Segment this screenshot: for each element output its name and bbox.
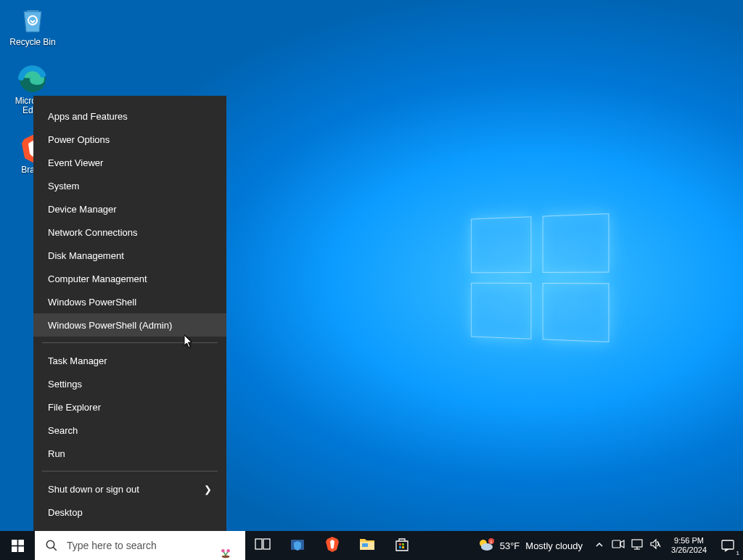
svg-rect-23	[612, 540, 620, 548]
svg-point-8	[221, 549, 225, 553]
svg-point-9	[226, 549, 230, 553]
volume-icon	[649, 538, 662, 553]
recycle-bin-icon	[17, 4, 49, 36]
svg-rect-14	[362, 543, 368, 547]
svg-rect-15	[399, 543, 401, 545]
svg-rect-3	[12, 546, 17, 552]
volume-button[interactable]	[648, 531, 664, 560]
winx-item-label: Disk Management	[48, 250, 124, 261]
cursor-icon	[184, 335, 194, 351]
search-icon	[45, 539, 58, 552]
svg-rect-2	[18, 540, 24, 545]
winx-item[interactable]: Run	[33, 442, 226, 465]
chevron-right-icon: ❯	[204, 484, 212, 495]
meet-now-icon	[612, 538, 625, 553]
winx-item-label: Windows PowerShell (Admin)	[48, 320, 172, 331]
weather-widget[interactable]: 1 53°F Mostly cloudy	[469, 531, 590, 560]
winx-item[interactable]: Task Manager	[33, 349, 226, 372]
svg-rect-17	[399, 546, 401, 548]
svg-rect-24	[632, 540, 642, 547]
winx-item-label: Apps and Features	[48, 111, 128, 122]
winx-item-label: Network Connections	[48, 227, 138, 238]
winx-item-label: Event Viewer	[48, 157, 103, 168]
file-explorer-icon	[358, 535, 376, 556]
clock-date: 3/26/2024	[671, 545, 707, 555]
chevron-up-icon	[595, 539, 604, 552]
winx-item[interactable]: Event Viewer	[33, 151, 226, 174]
menu-separator	[42, 471, 218, 472]
winx-item-label: Shut down or sign out	[48, 484, 139, 495]
desktop-icon-label: Recycle Bin	[9, 38, 55, 47]
task-view-button[interactable]	[245, 531, 280, 560]
windows-logo-wallpaper	[471, 213, 609, 342]
winx-item[interactable]: Desktop	[33, 501, 226, 524]
winx-item[interactable]: Computer Management	[33, 267, 226, 290]
network-button[interactable]	[629, 531, 645, 560]
winx-item-label: Power Options	[48, 134, 110, 145]
winx-item[interactable]: Power Options	[33, 128, 226, 151]
security-button[interactable]	[280, 531, 315, 560]
svg-rect-16	[402, 543, 404, 545]
meet-now-button[interactable]	[610, 531, 626, 560]
svg-point-5	[46, 540, 54, 548]
winx-item[interactable]: System	[33, 174, 226, 197]
power-user-menu: Apps and FeaturesPower OptionsEvent View…	[33, 96, 226, 531]
network-icon	[631, 538, 644, 553]
brave-taskbar-button[interactable]	[315, 531, 350, 560]
winx-item[interactable]: Disk Management	[33, 244, 226, 267]
desktop-icon-recycle-bin[interactable]: Recycle Bin	[6, 4, 59, 47]
winx-item[interactable]: Network Connections	[33, 221, 226, 244]
svg-rect-10	[255, 539, 262, 549]
search-placeholder: Type here to search	[67, 540, 157, 551]
microsoft-store-icon	[393, 535, 411, 556]
winx-item[interactable]: Shut down or sign out❯	[33, 477, 226, 501]
taskbar: Type here to search 1 53°F Mostly cloudy…	[0, 531, 743, 560]
winx-item-label: Settings	[48, 379, 82, 390]
microsoft-store-button[interactable]	[385, 531, 419, 560]
weather-text: Mostly cloudy	[525, 540, 583, 551]
svg-rect-18	[402, 546, 404, 548]
winx-item-label: Run	[48, 448, 65, 459]
winx-item[interactable]: Apps and Features	[33, 104, 226, 128]
edge-icon	[17, 63, 49, 95]
winx-item-label: Computer Management	[48, 273, 147, 284]
taskbar-clock[interactable]: 9:56 PM 3/26/2024	[665, 536, 713, 555]
notification-count: 1	[736, 550, 739, 556]
winx-item[interactable]: Windows PowerShell	[33, 290, 226, 313]
notification-icon	[721, 538, 735, 553]
svg-rect-28	[722, 540, 734, 549]
winx-item[interactable]: Search	[33, 419, 226, 442]
winx-item-label: Device Manager	[48, 204, 117, 215]
brave-taskbar-icon	[324, 535, 341, 556]
svg-rect-11	[263, 539, 270, 549]
action-center-button[interactable]: 1	[713, 531, 743, 560]
winx-item-label: Search	[48, 425, 78, 436]
weather-temp: 53°F	[500, 540, 520, 551]
taskbar-search[interactable]: Type here to search	[35, 531, 245, 560]
security-icon	[289, 535, 306, 556]
svg-rect-1	[12, 540, 17, 545]
decorative-plant-icon	[219, 545, 232, 559]
task-view-icon	[255, 536, 271, 555]
winx-item-label: File Explorer	[48, 402, 101, 413]
winx-item-label: System	[48, 181, 79, 192]
clock-time: 9:56 PM	[674, 536, 704, 545]
winx-item[interactable]: Settings	[33, 372, 226, 395]
winx-item[interactable]: Device Manager	[33, 197, 226, 221]
winx-item-label: Windows PowerShell	[48, 297, 136, 308]
winx-item-label: Task Manager	[48, 355, 107, 366]
winx-item-label: Desktop	[48, 507, 83, 518]
svg-rect-4	[18, 546, 24, 552]
svg-line-6	[53, 547, 57, 551]
weather-cloudy-icon: 1	[477, 537, 494, 554]
svg-point-20	[481, 543, 493, 551]
winx-item[interactable]: File Explorer	[33, 395, 226, 419]
chevron-up-button[interactable]	[591, 531, 607, 560]
start-button[interactable]	[0, 531, 35, 560]
file-explorer-button[interactable]	[350, 531, 385, 560]
winx-item[interactable]: Windows PowerShell (Admin)	[33, 313, 226, 337]
